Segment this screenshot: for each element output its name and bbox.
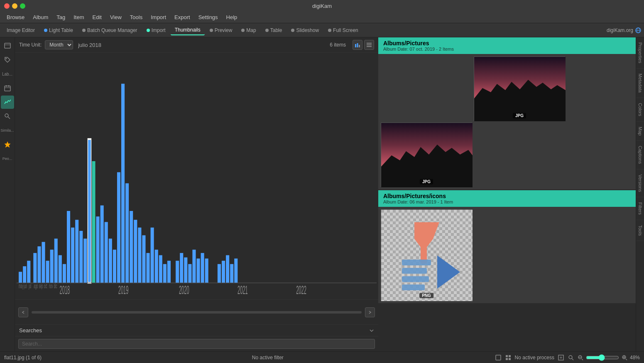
minimize-button[interactable] xyxy=(12,3,17,9)
menu-settings[interactable]: Settings xyxy=(195,13,221,22)
svg-rect-30 xyxy=(67,211,70,283)
menu-view[interactable]: View xyxy=(107,13,125,22)
tab-table[interactable]: Table xyxy=(261,26,286,35)
panel-captions[interactable]: Captions xyxy=(636,141,644,169)
menu-edit[interactable]: Edit xyxy=(89,13,105,22)
content-area: Time Unit: Month Week Day Year julio 201… xyxy=(15,37,644,351)
sidebar-item-people[interactable]: Peo... xyxy=(1,152,14,165)
menu-album[interactable]: Album xyxy=(29,13,51,22)
sidebar-item-tag[interactable] xyxy=(1,53,14,66)
svg-rect-64 xyxy=(222,261,225,283)
menu-item[interactable]: Item xyxy=(70,13,87,22)
search-input[interactable] xyxy=(18,339,375,349)
tab-map[interactable]: Map xyxy=(237,26,260,35)
zoom-slider[interactable] xyxy=(586,354,619,361)
tab-full-screen[interactable]: Full Screen xyxy=(324,26,362,35)
chart-area: 2018 2019 2020 2021 2022 may jun jul ago… xyxy=(15,53,378,299)
scroll-left-btn[interactable] xyxy=(18,307,28,317)
svg-text:dic: dic xyxy=(54,282,57,290)
scroll-right-btn[interactable] xyxy=(365,307,375,317)
close-button[interactable] xyxy=(4,3,10,9)
tab-import-dot xyxy=(147,29,150,32)
panel-metadata[interactable]: Metadata xyxy=(636,69,644,98)
zoom-out-icon[interactable] xyxy=(578,355,583,361)
svg-rect-100 xyxy=(509,358,511,360)
statusbar-icon-grid[interactable] xyxy=(504,353,512,362)
website-link[interactable]: digiKam.org xyxy=(607,27,642,34)
time-unit-select[interactable]: Month Week Day Year xyxy=(45,40,73,49)
sidebar-item-favorites[interactable] xyxy=(1,138,14,151)
maximize-button[interactable] xyxy=(20,3,25,9)
panel-map[interactable]: Map xyxy=(636,122,644,141)
zoom-fit-icon[interactable] xyxy=(557,353,565,362)
menu-import[interactable]: Import xyxy=(147,13,169,22)
svg-rect-52 xyxy=(159,255,162,283)
searches-header[interactable]: Searches xyxy=(15,325,378,336)
tab-table-dot xyxy=(265,29,269,32)
panel-versions[interactable]: Versions xyxy=(636,169,644,197)
statusbar-right: No active process 48% xyxy=(494,353,640,362)
svg-rect-15 xyxy=(359,45,360,47)
time-unit-label: Time Unit: xyxy=(19,42,42,48)
timeline-chart[interactable]: 2018 2019 2020 2021 2022 may jun jul ago… xyxy=(17,56,377,299)
search-bar xyxy=(15,336,378,351)
panel-colors[interactable]: Colors xyxy=(636,98,644,122)
tab-image-editor[interactable]: Image Editor xyxy=(2,26,39,35)
zoom-actual-icon[interactable] xyxy=(567,353,575,362)
sidebar-item-date[interactable] xyxy=(1,81,14,95)
svg-rect-24 xyxy=(42,242,45,283)
album-title-pictures: Albums/Pictures xyxy=(383,40,631,47)
sidebar-item-labels[interactable]: Lab... xyxy=(1,67,14,81)
sunset-image-2 xyxy=(381,123,473,187)
svg-rect-27 xyxy=(54,239,58,283)
titlebar: digiKam xyxy=(0,0,644,12)
svg-rect-62 xyxy=(205,258,208,283)
tab-import[interactable]: Import xyxy=(142,26,170,35)
thumbnail-item-png[interactable]: PNG xyxy=(381,209,472,301)
sidebar-item-similar[interactable]: Simila... xyxy=(1,124,14,137)
album-header-icons: Albums/Pictures/icons Album Date: 06 mar… xyxy=(378,190,636,207)
sidebar-item-search[interactable] xyxy=(1,110,14,123)
menu-browse[interactable]: Browse xyxy=(3,13,28,22)
menu-export[interactable]: Export xyxy=(171,13,193,22)
statusbar-action-icons xyxy=(494,353,512,362)
sidebar-item-timeline[interactable] xyxy=(1,96,14,109)
svg-rect-54 xyxy=(167,261,171,283)
album-group-icons: Albums/Pictures/icons Album Date: 06 mar… xyxy=(378,190,636,303)
tab-light-table[interactable]: Light Table xyxy=(40,26,77,35)
album-thumbnails-icons: PNG xyxy=(378,207,636,303)
tab-light-table-dot xyxy=(44,29,47,32)
zoom-in-icon[interactable] xyxy=(622,355,627,361)
svg-rect-38 xyxy=(100,206,104,283)
timeline-scrollbar[interactable] xyxy=(32,311,362,314)
tab-slideshow[interactable]: Slideshow xyxy=(287,26,323,35)
thumbnail-item[interactable]: JPG xyxy=(381,123,472,187)
svg-rect-42 xyxy=(117,172,120,283)
searches-section: Searches xyxy=(15,324,378,336)
tab-preview[interactable]: Preview xyxy=(206,26,237,35)
statusbar-icon-1[interactable] xyxy=(494,353,502,362)
png-icon-image xyxy=(381,210,473,301)
tab-preview-label: Preview xyxy=(215,27,233,33)
album-title-icons: Albums/Pictures/icons xyxy=(383,193,631,199)
svg-text:2018: 2018 xyxy=(60,283,70,297)
timeline-scroll xyxy=(15,299,378,324)
svg-text:ago: ago xyxy=(34,282,38,290)
empty-area-1 xyxy=(381,56,472,81)
tab-thumbnails[interactable]: Thumbnails xyxy=(171,25,205,35)
sidebar-item-albums[interactable] xyxy=(1,39,14,52)
menu-help[interactable]: Help xyxy=(223,13,241,22)
menu-tag[interactable]: Tag xyxy=(53,13,69,22)
menu-tools[interactable]: Tools xyxy=(127,13,146,22)
chart-list-view[interactable] xyxy=(364,40,374,50)
svg-text:2019: 2019 xyxy=(118,283,129,297)
svg-rect-14 xyxy=(357,43,358,47)
panel-properties[interactable]: Properties xyxy=(636,37,644,69)
statusbar-zoom-icons xyxy=(557,353,575,362)
panel-filters[interactable]: Filters xyxy=(636,197,644,220)
svg-rect-99 xyxy=(506,358,508,360)
panel-tools[interactable]: Tools xyxy=(636,220,644,241)
thumbnail-item[interactable]: JPG xyxy=(474,56,565,121)
chart-bar-view[interactable] xyxy=(353,40,362,50)
tab-batch-queue[interactable]: Batch Queue Manager xyxy=(78,26,142,35)
